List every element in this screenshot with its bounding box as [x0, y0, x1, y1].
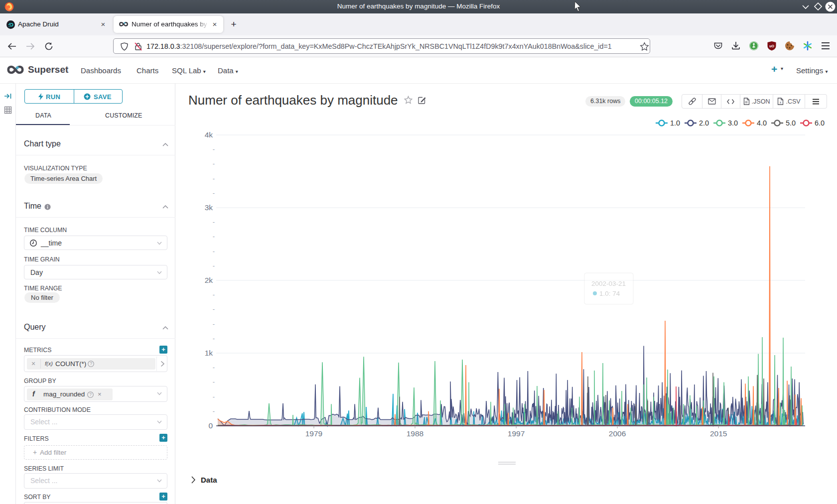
svg-text:4.0: 4.0: [757, 119, 767, 127]
svg-text:-: -: [213, 233, 215, 240]
svg-text:1988: 1988: [407, 429, 423, 438]
svg-text:-: -: [213, 175, 215, 182]
svg-text:-: -: [213, 320, 215, 328]
svg-text:uO: uO: [769, 44, 774, 48]
svg-text:2006: 2006: [609, 429, 626, 438]
svg-text:2015: 2015: [710, 429, 727, 438]
svg-text:2.0: 2.0: [699, 119, 709, 127]
svg-text:?: ?: [89, 392, 92, 397]
svg-text:1997: 1997: [508, 429, 525, 438]
svg-text:1k: 1k: [205, 349, 213, 357]
svg-text:0: 0: [208, 421, 213, 430]
svg-text:Data: Data: [201, 476, 217, 484]
svg-text:-: -: [213, 378, 215, 385]
svg-text:2002-03-21: 2002-03-21: [591, 280, 626, 287]
svg-text:-: -: [213, 218, 215, 226]
svg-text:4k: 4k: [205, 130, 213, 139]
svg-text:1.0: 1.0: [670, 119, 680, 127]
svg-text:-: -: [213, 145, 215, 153]
svg-text:1.0: 74: 1.0: 74: [599, 290, 620, 297]
svg-text:-: -: [213, 189, 215, 197]
svg-text:3k: 3k: [205, 203, 213, 212]
svg-text:5.0: 5.0: [786, 119, 796, 127]
svg-text:-: -: [213, 335, 215, 342]
svg-text:-: -: [213, 364, 215, 371]
svg-text:6.0: 6.0: [815, 119, 825, 127]
svg-text:1979: 1979: [305, 429, 322, 438]
svg-text:-: -: [213, 393, 215, 400]
svg-text:-: -: [213, 291, 215, 298]
svg-text:-: -: [213, 262, 215, 269]
svg-text:-: -: [213, 407, 215, 415]
svg-text:-: -: [213, 305, 215, 313]
svg-text:3.0: 3.0: [728, 119, 738, 127]
svg-text:2k: 2k: [205, 276, 213, 284]
svg-text:-: -: [213, 160, 215, 167]
svg-text:-: -: [213, 248, 215, 255]
svg-text:?: ?: [90, 361, 92, 366]
